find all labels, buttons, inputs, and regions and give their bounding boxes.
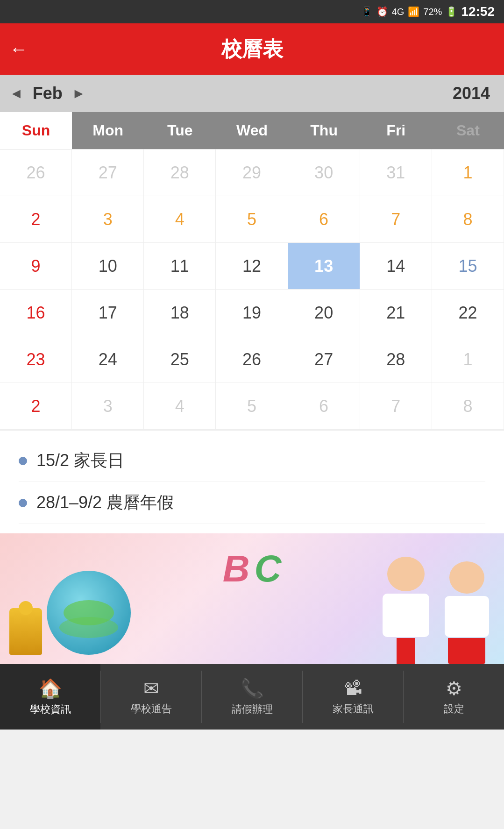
calendar-row-2: 2 3 4 5 6 7 8 [0, 196, 504, 243]
cal-day-4-mar[interactable]: 4 [144, 383, 216, 430]
event-dot-2 [19, 499, 27, 507]
letter-c: C [255, 547, 282, 590]
tab-parent-comm-label: 家長通訊 [333, 702, 374, 716]
mail-icon: ✉ [143, 678, 159, 699]
cal-day-22[interactable]: 22 [432, 290, 504, 336]
calendar-row-1: 26 27 28 29 30 31 1 [0, 149, 504, 196]
calendar: Sun Mon Tue Wed Thu Fri Sat 26 27 28 29 … [0, 112, 504, 430]
boy-character [439, 561, 495, 664]
calendar-row-4: 16 17 18 19 20 21 22 [0, 290, 504, 336]
banner-letters: B C [223, 547, 282, 590]
signal-icon: 📶 [408, 6, 419, 17]
event-item-2: 28/1–9/2 農曆年假 [19, 482, 485, 524]
cal-day-8-mar[interactable]: 8 [432, 383, 504, 430]
time-display: 12:52 [461, 4, 495, 19]
calendar-weekday-headers: Sun Mon Tue Wed Thu Fri Sat [0, 112, 504, 149]
cal-nav-left: ◄ Feb ► [9, 84, 453, 103]
cal-day-30-jan[interactable]: 30 [288, 149, 360, 196]
cal-day-28[interactable]: 28 [360, 336, 432, 383]
cal-day-1-mar[interactable]: 1 [432, 336, 504, 383]
cal-day-31-jan[interactable]: 31 [360, 149, 432, 196]
page-title: 校曆表 [221, 35, 283, 63]
cal-day-9[interactable]: 9 [0, 243, 72, 290]
cal-day-5-mar[interactable]: 5 [216, 383, 288, 430]
trophy-icon [9, 608, 42, 655]
globe-icon [47, 571, 131, 655]
gear-icon: ⚙ [446, 678, 462, 699]
prev-month-button[interactable]: ◄ [9, 85, 23, 101]
calendar-month: Feb [33, 84, 63, 103]
cal-day-15[interactable]: 15 [432, 243, 504, 290]
cal-day-18[interactable]: 18 [144, 290, 216, 336]
tab-school-info[interactable]: 🏠 學校資訊 [0, 664, 100, 730]
cal-day-10[interactable]: 10 [72, 243, 144, 290]
letter-b: B [223, 547, 250, 590]
weekday-fri: Fri [360, 112, 432, 149]
cal-day-2-mar[interactable]: 2 [0, 383, 72, 430]
cal-day-16[interactable]: 16 [0, 290, 72, 336]
phone-tab-icon: 📞 [241, 678, 264, 700]
home-icon: 🏠 [39, 678, 62, 700]
phone-icon: 📱 [361, 6, 373, 17]
calendar-row-6: 2 3 4 5 6 7 8 [0, 383, 504, 430]
girl-character [376, 557, 436, 664]
weekday-wed: Wed [216, 112, 288, 149]
cal-day-5[interactable]: 5 [216, 196, 288, 243]
tab-school-info-label: 學校資訊 [30, 702, 71, 716]
header: ← 校曆表 [0, 23, 504, 75]
event-text-2: 28/1–9/2 農曆年假 [36, 491, 174, 514]
cal-day-24[interactable]: 24 [72, 336, 144, 383]
cal-day-3-mar[interactable]: 3 [72, 383, 144, 430]
cal-day-27[interactable]: 27 [288, 336, 360, 383]
clock-icon: ⏰ [376, 6, 388, 17]
cal-day-26-jan[interactable]: 26 [0, 149, 72, 196]
cal-day-2[interactable]: 2 [0, 196, 72, 243]
calendar-nav: ◄ Feb ► 2014 [0, 75, 504, 112]
weekday-mon: Mon [72, 112, 144, 149]
weekday-sun: Sun [0, 112, 72, 149]
cal-day-8[interactable]: 8 [432, 196, 504, 243]
tab-announcements-label: 學校通告 [131, 702, 172, 716]
cal-day-6-mar[interactable]: 6 [288, 383, 360, 430]
tab-settings-label: 設定 [444, 702, 464, 716]
cal-day-3[interactable]: 3 [72, 196, 144, 243]
cal-day-17[interactable]: 17 [72, 290, 144, 336]
cal-day-4[interactable]: 4 [144, 196, 216, 243]
cal-day-23[interactable]: 23 [0, 336, 72, 383]
cal-day-29-jan[interactable]: 29 [216, 149, 288, 196]
tab-leave-label: 請假辦理 [232, 702, 273, 716]
cal-day-27-jan[interactable]: 27 [72, 149, 144, 196]
status-bar: 📱 ⏰ 4G 📶 72% 🔋 12:52 [0, 0, 504, 23]
event-item-1: 15/2 家長日 [19, 440, 485, 482]
cal-day-19[interactable]: 19 [216, 290, 288, 336]
cal-day-7-mar[interactable]: 7 [360, 383, 432, 430]
calendar-row-3: 9 10 11 12 13 14 15 [0, 243, 504, 290]
next-month-button[interactable]: ► [72, 85, 86, 101]
cal-day-6[interactable]: 6 [288, 196, 360, 243]
cal-day-14[interactable]: 14 [360, 243, 432, 290]
cal-day-21[interactable]: 21 [360, 290, 432, 336]
tab-leave[interactable]: 📞 請假辦理 [202, 664, 302, 730]
tab-parent-comm[interactable]: 📽 家長通訊 [303, 664, 403, 730]
tab-settings[interactable]: ⚙ 設定 [404, 664, 504, 730]
back-button[interactable]: ← [9, 39, 28, 60]
cal-day-11[interactable]: 11 [144, 243, 216, 290]
cal-day-25[interactable]: 25 [144, 336, 216, 383]
cal-day-12[interactable]: 12 [216, 243, 288, 290]
event-dot-1 [19, 457, 27, 465]
video-icon: 📽 [344, 678, 362, 699]
cal-day-20[interactable]: 20 [288, 290, 360, 336]
calendar-year: 2014 [453, 84, 495, 103]
tab-announcements[interactable]: ✉ 學校通告 [101, 664, 201, 730]
weekday-tue: Tue [144, 112, 216, 149]
tab-bar: 🏠 學校資訊 ✉ 學校通告 📞 請假辦理 📽 家長通訊 ⚙ 設定 [0, 664, 504, 730]
weekday-sat: Sat [432, 112, 504, 149]
cal-day-13[interactable]: 13 [288, 243, 360, 290]
battery-level: 72% [423, 7, 442, 17]
banner: B C [0, 533, 504, 664]
cal-day-1[interactable]: 1 [432, 149, 504, 196]
cal-day-7[interactable]: 7 [360, 196, 432, 243]
cal-day-28-jan[interactable]: 28 [144, 149, 216, 196]
network-icon: 4G [392, 7, 405, 17]
cal-day-26[interactable]: 26 [216, 336, 288, 383]
